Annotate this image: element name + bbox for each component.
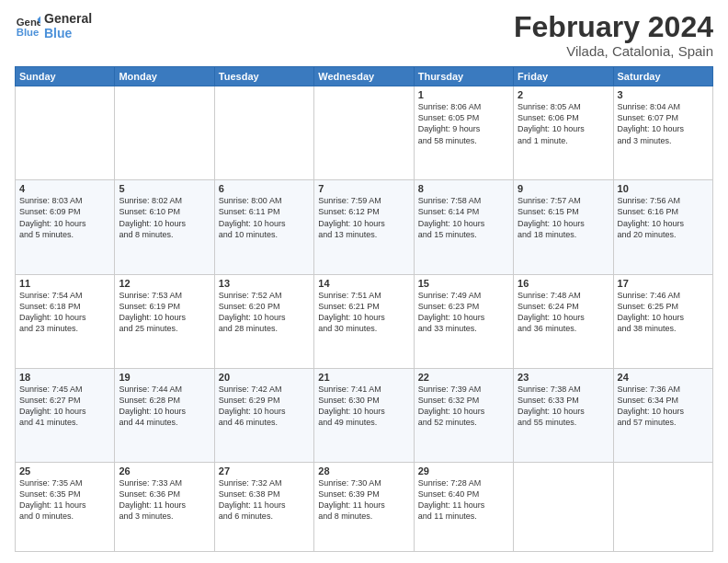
day-number: 7 [318,183,409,194]
calendar-cell: 9Sunrise: 7:57 AM Sunset: 6:15 PM Daylig… [514,180,613,274]
day-info: Sunrise: 8:06 AM Sunset: 6:05 PM Dayligh… [418,101,509,146]
day-number: 13 [219,278,310,289]
calendar-cell: 5Sunrise: 8:02 AM Sunset: 6:10 PM Daylig… [115,180,214,274]
day-info: Sunrise: 7:58 AM Sunset: 6:14 PM Dayligh… [418,195,509,240]
calendar-cell: 26Sunrise: 7:33 AM Sunset: 6:36 PM Dayli… [115,462,214,551]
calendar-cell: 23Sunrise: 7:38 AM Sunset: 6:33 PM Dayli… [514,368,613,462]
day-number: 28 [318,465,409,477]
calendar-cell: 18Sunrise: 7:45 AM Sunset: 6:27 PM Dayli… [16,368,115,462]
calendar-cell: 4Sunrise: 8:03 AM Sunset: 6:09 PM Daylig… [16,180,115,274]
day-info: Sunrise: 7:46 AM Sunset: 6:25 PM Dayligh… [618,290,709,335]
day-info: Sunrise: 7:36 AM Sunset: 6:34 PM Dayligh… [618,384,709,429]
day-info: Sunrise: 8:04 AM Sunset: 6:07 PM Dayligh… [618,101,709,146]
calendar-cell [115,86,214,180]
calendar-cell: 16Sunrise: 7:48 AM Sunset: 6:24 PM Dayli… [514,274,613,368]
day-number: 8 [418,183,509,194]
day-number: 9 [518,183,609,194]
logo: General Blue General Blue [15,11,92,40]
day-info: Sunrise: 7:49 AM Sunset: 6:23 PM Dayligh… [418,290,509,335]
calendar-cell: 8Sunrise: 7:58 AM Sunset: 6:14 PM Daylig… [414,180,513,274]
logo-line2: Blue [44,26,92,40]
calendar-cell: 14Sunrise: 7:51 AM Sunset: 6:21 PM Dayli… [314,274,414,368]
weekday-header-tuesday: Tuesday [214,67,313,86]
title-block: February 2024 Vilada, Catalonia, Spain [514,11,713,59]
day-number: 29 [418,465,509,477]
day-number: 19 [119,372,210,383]
day-number: 17 [618,278,709,289]
day-number: 21 [318,372,409,383]
calendar-header: SundayMondayTuesdayWednesdayThursdayFrid… [16,67,713,86]
day-info: Sunrise: 7:32 AM Sunset: 6:38 PM Dayligh… [219,477,310,523]
calendar-cell [214,86,313,180]
generalblue-logo-icon: General Blue [15,13,40,39]
weekday-header-monday: Monday [115,67,214,86]
day-info: Sunrise: 7:28 AM Sunset: 6:40 PM Dayligh… [418,477,509,523]
day-number: 4 [19,183,110,194]
svg-text:Blue: Blue [17,27,40,38]
calendar-week-2: 4Sunrise: 8:03 AM Sunset: 6:09 PM Daylig… [16,180,713,274]
calendar-week-4: 18Sunrise: 7:45 AM Sunset: 6:27 PM Dayli… [16,368,713,462]
calendar-cell: 6Sunrise: 8:00 AM Sunset: 6:11 PM Daylig… [214,180,313,274]
day-info: Sunrise: 8:03 AM Sunset: 6:09 PM Dayligh… [19,195,110,240]
day-info: Sunrise: 7:42 AM Sunset: 6:29 PM Dayligh… [219,384,310,429]
calendar-week-1: 1Sunrise: 8:06 AM Sunset: 6:05 PM Daylig… [16,86,713,180]
calendar-cell [613,462,712,551]
calendar-cell [314,86,414,180]
calendar-cell: 25Sunrise: 7:35 AM Sunset: 6:35 PM Dayli… [16,462,115,551]
day-info: Sunrise: 7:56 AM Sunset: 6:16 PM Dayligh… [618,195,709,240]
calendar-cell: 19Sunrise: 7:44 AM Sunset: 6:28 PM Dayli… [115,368,214,462]
calendar-week-3: 11Sunrise: 7:54 AM Sunset: 6:18 PM Dayli… [16,274,713,368]
weekday-header-friday: Friday [514,67,613,86]
day-number: 16 [518,278,609,289]
weekday-header-row: SundayMondayTuesdayWednesdayThursdayFrid… [16,67,713,86]
day-info: Sunrise: 7:41 AM Sunset: 6:30 PM Dayligh… [318,384,409,429]
day-number: 10 [618,183,709,194]
calendar-cell: 27Sunrise: 7:32 AM Sunset: 6:38 PM Dayli… [214,462,313,551]
day-info: Sunrise: 7:30 AM Sunset: 6:39 PM Dayligh… [318,477,409,523]
day-number: 23 [518,372,609,383]
day-number: 14 [318,278,409,289]
page-title: February 2024 [514,11,713,43]
calendar-cell: 11Sunrise: 7:54 AM Sunset: 6:18 PM Dayli… [16,274,115,368]
calendar-cell: 22Sunrise: 7:39 AM Sunset: 6:32 PM Dayli… [414,368,513,462]
day-info: Sunrise: 7:52 AM Sunset: 6:20 PM Dayligh… [219,290,310,335]
page: General Blue General Blue February 2024 … [0,0,728,563]
weekday-header-sunday: Sunday [16,67,115,86]
day-info: Sunrise: 7:38 AM Sunset: 6:33 PM Dayligh… [518,384,609,429]
day-info: Sunrise: 8:02 AM Sunset: 6:10 PM Dayligh… [119,195,210,240]
calendar-cell: 1Sunrise: 8:06 AM Sunset: 6:05 PM Daylig… [414,86,513,180]
page-subtitle: Vilada, Catalonia, Spain [514,43,713,59]
day-number: 25 [19,465,110,477]
weekday-header-wednesday: Wednesday [314,67,414,86]
day-info: Sunrise: 7:54 AM Sunset: 6:18 PM Dayligh… [19,290,110,335]
calendar-cell: 15Sunrise: 7:49 AM Sunset: 6:23 PM Dayli… [414,274,513,368]
calendar-week-5: 25Sunrise: 7:35 AM Sunset: 6:35 PM Dayli… [16,462,713,551]
day-number: 2 [518,89,609,100]
calendar-cell [16,86,115,180]
day-info: Sunrise: 7:39 AM Sunset: 6:32 PM Dayligh… [418,384,509,429]
day-info: Sunrise: 7:35 AM Sunset: 6:35 PM Dayligh… [19,477,110,523]
logo-line1: General [44,11,92,26]
day-number: 11 [19,278,110,289]
day-number: 24 [618,372,709,383]
weekday-header-saturday: Saturday [613,67,712,86]
day-info: Sunrise: 7:44 AM Sunset: 6:28 PM Dayligh… [119,384,210,429]
day-number: 3 [618,89,709,100]
day-number: 26 [119,465,210,477]
day-number: 12 [119,278,210,289]
day-number: 18 [19,372,110,383]
day-number: 6 [219,183,310,194]
day-info: Sunrise: 7:48 AM Sunset: 6:24 PM Dayligh… [518,290,609,335]
calendar-body: 1Sunrise: 8:06 AM Sunset: 6:05 PM Daylig… [16,86,713,552]
day-info: Sunrise: 7:59 AM Sunset: 6:12 PM Dayligh… [318,195,409,240]
weekday-header-thursday: Thursday [414,67,513,86]
calendar-cell: 13Sunrise: 7:52 AM Sunset: 6:20 PM Dayli… [214,274,313,368]
calendar-cell: 24Sunrise: 7:36 AM Sunset: 6:34 PM Dayli… [613,368,712,462]
day-number: 22 [418,372,509,383]
day-info: Sunrise: 8:00 AM Sunset: 6:11 PM Dayligh… [219,195,310,240]
day-number: 1 [418,89,509,100]
calendar-cell: 2Sunrise: 8:05 AM Sunset: 6:06 PM Daylig… [514,86,613,180]
day-info: Sunrise: 8:05 AM Sunset: 6:06 PM Dayligh… [518,101,609,146]
header: General Blue General Blue February 2024 … [15,11,713,59]
calendar-cell: 17Sunrise: 7:46 AM Sunset: 6:25 PM Dayli… [613,274,712,368]
